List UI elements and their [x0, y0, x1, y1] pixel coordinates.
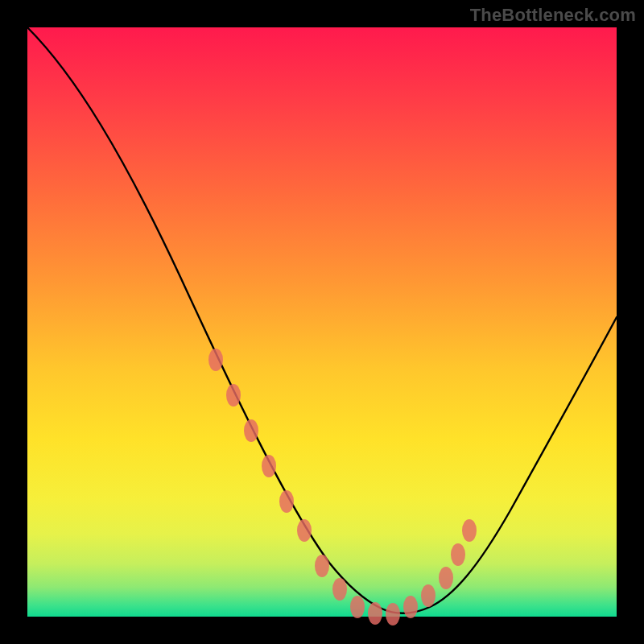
curve-marker — [244, 419, 258, 442]
curve-marker — [279, 490, 294, 513]
curve-marker — [226, 384, 241, 407]
watermark-text: TheBottleneck.com — [470, 5, 636, 26]
curve-marker — [262, 455, 276, 477]
chart-svg — [27, 27, 617, 617]
curve-marker — [350, 596, 365, 618]
curve-marker — [368, 602, 382, 625]
bottleneck-curve — [27, 27, 617, 613]
curve-marker — [451, 543, 465, 566]
curve-marker — [297, 519, 312, 542]
curve-marker — [403, 596, 418, 618]
curve-marker — [462, 519, 477, 542]
chart-stage: TheBottleneck.com — [0, 0, 644, 644]
plot-area — [27, 27, 617, 617]
curve-marker — [315, 555, 329, 577]
marker-group — [208, 349, 477, 625]
curve-marker — [332, 578, 347, 601]
curve-marker — [208, 349, 223, 371]
curve-marker — [386, 603, 400, 625]
curve-marker — [421, 584, 436, 607]
curve-marker — [439, 567, 453, 589]
